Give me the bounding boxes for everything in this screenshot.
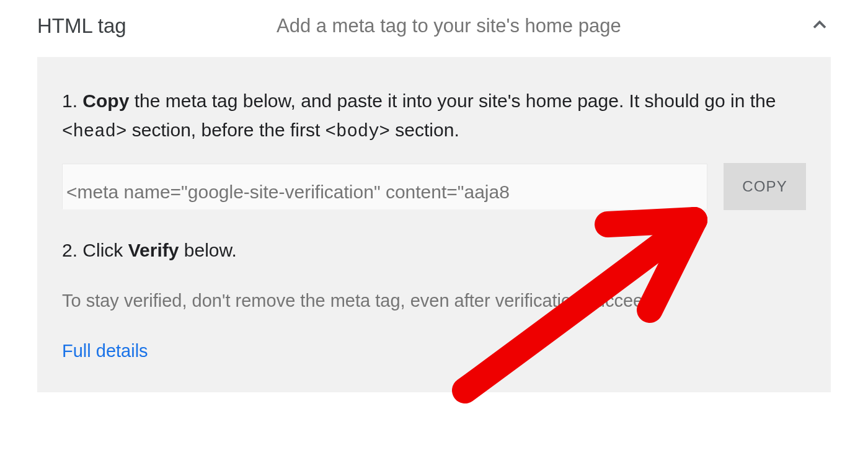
step1-instruction: 1. Copy the meta tag below, and paste it… xyxy=(62,87,806,146)
step2-bold: Verify xyxy=(128,240,179,260)
step2-text: below. xyxy=(179,240,236,260)
section-subtitle: Add a meta tag to your site's home page xyxy=(89,15,808,37)
step1-text3: section. xyxy=(390,120,459,140)
step1-code2: <body> xyxy=(326,121,390,142)
step1-num: 1. xyxy=(62,90,82,111)
step1-text1: the meta tag below, and paste it into yo… xyxy=(129,90,776,111)
full-details-link[interactable]: Full details xyxy=(62,341,148,361)
copy-button[interactable]: COPY xyxy=(724,163,806,210)
step2-num: 2. Click xyxy=(62,240,128,260)
chevron-up-icon[interactable] xyxy=(808,14,831,38)
step1-code1: <head> xyxy=(62,121,126,142)
annotation-arrow-icon xyxy=(403,186,725,409)
step1-text2: section, before the first xyxy=(126,120,325,140)
step1-bold: Copy xyxy=(82,90,129,111)
accordion-header[interactable]: HTML tag Add a meta tag to your site's h… xyxy=(0,0,868,57)
